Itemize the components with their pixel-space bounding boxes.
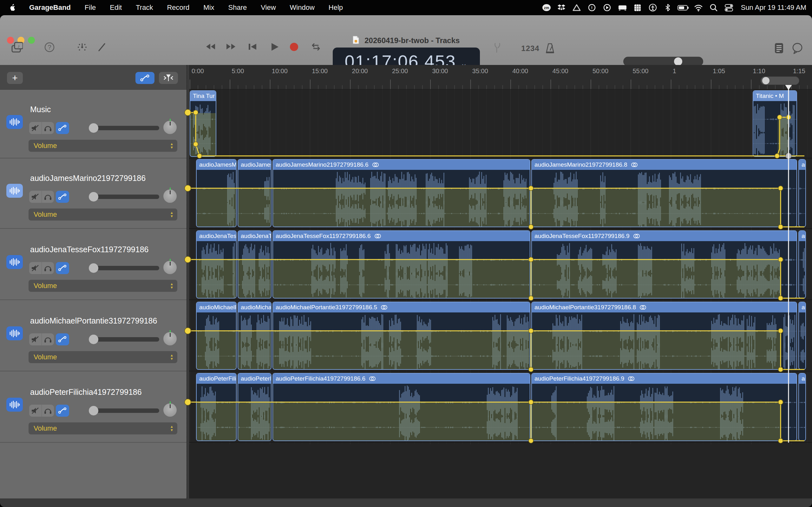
track-volume-knob[interactable]: [89, 406, 98, 415]
bottom-scroll-bar[interactable]: [0, 498, 812, 507]
count-in-button[interactable]: 1234: [520, 43, 541, 54]
score-editor-button[interactable]: [773, 42, 785, 55]
mute-button[interactable]: [29, 262, 42, 274]
master-volume-knob[interactable]: [674, 57, 682, 66]
fast-forward-button[interactable]: [224, 41, 238, 54]
solo-button[interactable]: [42, 191, 54, 203]
region-2-4[interactable]: audioJamesMarino21972799186.8: [531, 159, 797, 227]
control-center-icon[interactable]: [722, 2, 735, 13]
record-button[interactable]: [288, 41, 302, 54]
region-3-4[interactable]: audioJenaTesseFox11972799186.9: [531, 230, 797, 298]
spotlight-search-icon[interactable]: [707, 2, 720, 13]
region-5-5[interactable]: audioPeterFilichia41972799186: [798, 373, 806, 441]
accessibility-icon[interactable]: [647, 2, 659, 13]
track-volume-slider[interactable]: [89, 266, 159, 270]
show-automation-button[interactable]: [136, 72, 154, 84]
wifi-icon[interactable]: [692, 2, 705, 13]
go-to-beginning-button[interactable]: [246, 41, 260, 54]
pan-knob[interactable]: [163, 261, 177, 274]
track-header-1[interactable]: MusicVolume▲▼: [0, 90, 187, 158]
track-header-5[interactable]: audioPeterFilichia41972799186Volume▲▼: [0, 372, 187, 443]
region-4-4[interactable]: audioMichaelPortantie31972799186.8: [531, 302, 797, 370]
tuning-fork-button[interactable]: [491, 42, 504, 55]
region-2-5[interactable]: audioJamesMarino21972799186: [798, 159, 806, 227]
time-ruler[interactable]: 0:005:0010:0015:0020:0025:0030:0035:0040…: [189, 65, 812, 89]
track-volume-slider[interactable]: [89, 337, 159, 342]
track-volume-knob[interactable]: [89, 192, 98, 202]
solo-button[interactable]: [42, 122, 54, 134]
menubar-item-file[interactable]: File: [78, 3, 103, 12]
region-2-1[interactable]: audioJamesMarino21972799186: [196, 159, 237, 227]
track-icon-button[interactable]: [6, 398, 23, 412]
track-header-3[interactable]: audioJenaTesseFox11972799186Volume▲▼: [0, 230, 187, 300]
track-icon-button[interactable]: [6, 115, 23, 129]
rewind-button[interactable]: [203, 41, 217, 54]
region-3-2[interactable]: audioJenaTesseFox11972799186: [238, 230, 271, 298]
region-5-2[interactable]: audioPeterFilichia41972799186: [238, 373, 271, 441]
metronome-button[interactable]: [543, 42, 557, 55]
apple-menu[interactable]: [0, 3, 22, 12]
menubar-item-track[interactable]: Track: [129, 3, 160, 12]
menubar-item-window[interactable]: Window: [283, 3, 322, 12]
region-2-3[interactable]: audioJamesMarino21972799186.6: [272, 159, 530, 227]
dropbox-icon[interactable]: [555, 2, 568, 13]
mute-button[interactable]: [29, 191, 42, 203]
help-button[interactable]: ?: [44, 41, 56, 54]
track-icon-button[interactable]: [6, 184, 23, 198]
cycle-button[interactable]: [309, 41, 323, 54]
pan-knob[interactable]: [163, 332, 177, 345]
region-4-3[interactable]: audioMichaelPortantie31972799186.5: [272, 302, 530, 370]
catch-playhead-button[interactable]: [159, 72, 178, 84]
track-automation-button[interactable]: [56, 122, 69, 134]
track-volume-knob[interactable]: [89, 335, 98, 344]
track-volume-slider[interactable]: [89, 126, 159, 130]
solo-button[interactable]: [42, 333, 54, 345]
pan-knob[interactable]: [163, 189, 177, 203]
grid-widget-icon[interactable]: [631, 2, 644, 13]
mute-button[interactable]: [29, 333, 42, 345]
horizontal-zoom-slider[interactable]: [761, 76, 799, 85]
automation-param-dropdown[interactable]: Volume▲▼: [29, 351, 177, 363]
automation-param-dropdown[interactable]: Volume▲▼: [29, 280, 177, 292]
track-icon-button[interactable]: [6, 255, 23, 269]
track-volume-slider[interactable]: [89, 408, 159, 413]
track-automation-button[interactable]: [56, 262, 69, 274]
loop-browser-button[interactable]: ♪: [11, 41, 23, 54]
zoom-badge-icon[interactable]: zm: [540, 2, 553, 13]
automation-param-dropdown[interactable]: Volume▲▼: [29, 422, 177, 435]
region-4-1[interactable]: audioMichaelPortantie31972799186: [196, 302, 237, 370]
pencil-button[interactable]: [96, 41, 108, 54]
loop-chat-button[interactable]: [791, 42, 804, 55]
track-volume-slider[interactable]: [89, 194, 159, 199]
track-automation-button[interactable]: [56, 333, 69, 345]
mute-button[interactable]: [29, 122, 42, 134]
solo-button[interactable]: [42, 262, 54, 274]
automation-param-dropdown[interactable]: Volume▲▼: [29, 209, 177, 221]
battery-icon[interactable]: [677, 2, 690, 13]
menubar-item-edit[interactable]: Edit: [103, 3, 129, 12]
pan-knob[interactable]: [163, 121, 177, 134]
track-header-2[interactable]: audioJamesMarino21972799186Volume▲▼: [0, 158, 187, 229]
mute-button[interactable]: [29, 405, 42, 417]
region-4-5[interactable]: audioMichaelPortantie31972799186: [798, 302, 806, 370]
menubar-item-help[interactable]: Help: [322, 3, 350, 12]
menubar-item-record[interactable]: Record: [160, 3, 196, 12]
region-5-4[interactable]: audioPeterFilichia41972799186.9: [531, 373, 797, 441]
track-volume-knob[interactable]: [89, 263, 98, 273]
menubar-item-share[interactable]: Share: [221, 3, 254, 12]
automation-param-dropdown[interactable]: Volume▲▼: [29, 140, 177, 152]
sync-clock-icon[interactable]: !: [586, 2, 598, 13]
backup-triangle-icon[interactable]: [570, 2, 583, 13]
track-icon-button[interactable]: [6, 326, 23, 340]
pan-knob[interactable]: [163, 403, 177, 417]
region-1-1[interactable]: Tina Tur: [190, 90, 216, 157]
solo-button[interactable]: [42, 405, 54, 417]
region-5-1[interactable]: audioPeterFilichia41972799186: [196, 373, 237, 441]
track-header-4[interactable]: audioMichaelPortantie31972799186Volume▲▼: [0, 301, 187, 372]
menubar-item-mix[interactable]: Mix: [196, 3, 221, 12]
region-4-2[interactable]: audioMichaelPortantie31972799186: [238, 302, 271, 370]
region-3-1[interactable]: audioJenaTesseFox11972799186: [196, 230, 237, 298]
region-3-3[interactable]: audioJenaTesseFox11972799186.6: [272, 230, 530, 298]
add-track-button[interactable]: +: [7, 72, 23, 84]
play-circle-icon[interactable]: [601, 2, 613, 13]
